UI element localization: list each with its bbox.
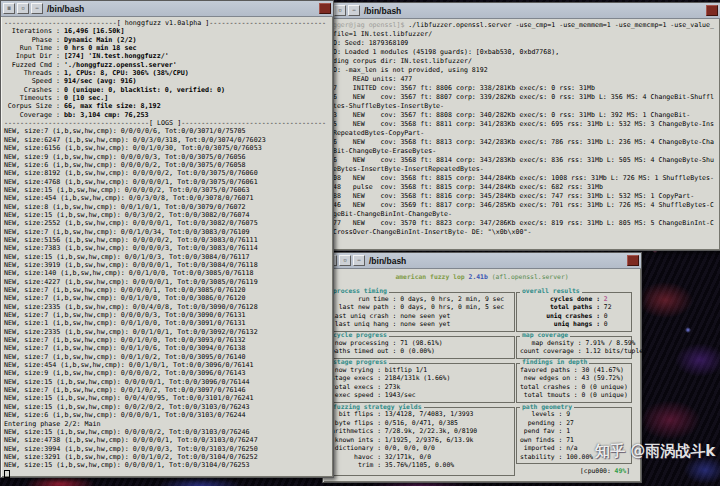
overall-results-title: overall results [520, 288, 582, 295]
cpu-suffix: ] [626, 467, 630, 475]
afl-terminal-content[interactable]: american fuzzy lop 2.41b (afl.openssl.se… [323, 269, 641, 478]
restore-button[interactable]: ▫ [17, 3, 29, 14]
map-coverage-title: map coverage [520, 332, 570, 339]
stat-label: Iterations : [4, 27, 60, 35]
stat-row-speed: Speed : 914/sec (avg: 916) [4, 77, 330, 85]
honggfuzz-terminal-window: ≡ ▫ − /bin/bash ------------------------… [0, 0, 334, 478]
kv-row-total-paths: total paths : 72 [520, 303, 629, 312]
stat-label: Run Time : [4, 44, 60, 52]
stat-row-iterations: Iterations : 16,496 [16.50k] [4, 27, 330, 35]
process-timing-lines: run time : 0 days, 0 hrs, 2 min, 9 sec l… [331, 295, 512, 329]
stat-label: Speed : [4, 77, 60, 85]
stat-row-coverage: Coverage : bb: 3,104 cmp: 76,253 [4, 111, 330, 119]
minimize-button[interactable]: − [348, 5, 360, 16]
stat-label: Crashes : [4, 86, 60, 94]
logs-separator: ------------------------------------[ LO… [4, 119, 330, 127]
stat-label: Fuzzed Cmd : [4, 61, 60, 69]
restore-button[interactable]: ▫ [339, 255, 351, 266]
honggfuzz-titlebar[interactable]: ≡ ▫ − /bin/bash [1, 1, 333, 17]
fuzzing-strategy-yields-title: fuzzing strategy yields [331, 404, 424, 411]
cycle-progress-box: cycle progress now processing : 71 (98.6… [327, 336, 515, 359]
stat-value: 0 hrs 0 min 18 sec [64, 44, 136, 52]
findings-in-depth-lines: favored paths : 30 (41.67%) new edges on… [520, 366, 629, 400]
stat-row-corpussize: Corpus Size : 66, max file size: 8,192 [4, 102, 330, 110]
stat-value: 66, max file size: 8,192 [64, 102, 161, 110]
process-timing-title: process timing [331, 288, 389, 295]
close-button[interactable] [706, 5, 718, 16]
kv-label: uniq hangs : [520, 320, 600, 329]
stat-label: Timeouts : [4, 94, 60, 102]
stat-value: './honggfuzz.openssl.server' [64, 61, 177, 69]
map-coverage-lines: map density : 7.91% / 8.59% count covera… [520, 339, 629, 356]
path-geometry-title: path geometry [520, 404, 574, 411]
stat-label: Threads : [4, 69, 60, 77]
stat-value: 1, CPUs: 8, CPU: 306% (38%/CPU) [64, 69, 189, 77]
kv-label: uniq crashes : [520, 312, 600, 321]
window-title: /bin/bash [364, 6, 401, 16]
stage-progress-box: stage progress now trying : bitflip 1/1 … [327, 363, 515, 403]
stat-label: Phase : [4, 36, 60, 44]
stat-value: 0 (unique: 0, blacklist: 0, verified: 0) [64, 86, 225, 94]
kv-row-uniq-crashes: uniq crashes : 0 [520, 312, 629, 321]
close-button[interactable] [627, 255, 639, 266]
findings-in-depth-box: findings in depth favored paths : 30 (41… [516, 363, 632, 403]
stat-value: 16,496 [16.50k] [64, 27, 124, 35]
kv-label: total paths : [520, 303, 600, 312]
stat-row-fuzzedcmd: Fuzzed Cmd : './honggfuzz.openssl.server… [4, 61, 330, 69]
stat-row-timeouts: Timeouts : 0 [10 sec.] [4, 94, 330, 102]
libfuzzer-terminal-window: ≡ ▫ − /bin/bash [jagger@jag openssl]$ ./… [317, 2, 720, 251]
kv-row-uniq-hangs: uniq hangs : 0 [520, 320, 629, 329]
command-line: [jagger@jag openssl]$ ./libfuzzer.openss… [321, 21, 717, 39]
honggfuzz-log-lines: NEW, size:7 (i,b,sw,hw,cmp): 0/0/0/0/6, … [4, 127, 330, 469]
close-button[interactable] [319, 3, 331, 14]
zhihu-watermark: 知乎 @雨涡战斗k [595, 442, 715, 460]
honggfuzz-terminal-content[interactable]: ----------------------------[ honggfuzz … [1, 17, 333, 479]
fuzzing-strategy-yields-box: fuzzing strategy yields bit flips : 13/4… [327, 407, 515, 476]
afl-terminal-window: ≡ ▫ − /bin/bash american fuzzy lop 2.41b… [322, 252, 642, 483]
minimize-button[interactable]: − [31, 3, 43, 14]
stat-value: Dynamic Main (2/2) [64, 36, 136, 44]
afl-version: 2.41b [469, 273, 488, 281]
cpu-label: [cpu000: [580, 467, 611, 475]
stat-label: Corpus Size : [4, 102, 60, 110]
window-menu-button[interactable]: ≡ [3, 3, 15, 14]
stat-value: bb: 3,104 cmp: 76,253 [64, 111, 149, 119]
overall-results-box: overall results cycles done : 2 total pa… [516, 292, 632, 332]
cycle-progress-title: cycle progress [331, 332, 389, 339]
stat-row-crashes: Crashes : 0 (unique: 0, blacklist: 0, ve… [4, 86, 330, 94]
findings-in-depth-title: findings in depth [520, 359, 589, 366]
map-coverage-box: map coverage map density : 7.91% / 8.59%… [516, 336, 632, 359]
process-timing-box: process timing run time : 0 days, 0 hrs,… [327, 292, 515, 332]
kv-value: 72 [604, 303, 612, 312]
stage-progress-title: stage progress [331, 359, 389, 366]
libfuzzer-terminal-content[interactable]: [jagger@jag openssl]$ ./libfuzzer.openss… [318, 19, 720, 248]
kv-label: cycles done : [520, 295, 600, 304]
kv-value: 0 [604, 312, 608, 321]
stage-progress-lines: now trying : bitflip 1/1 stage execs : 2… [331, 366, 512, 400]
window-title: /bin/bash [47, 4, 84, 14]
minimize-button[interactable]: − [353, 255, 365, 266]
kv-value: 0 [604, 320, 608, 329]
terminal-cursor [4, 470, 10, 478]
cycle-progress-lines: now processing : 71 (98.61%) paths timed… [331, 339, 512, 356]
stat-row-threads: Threads : 1, CPUs: 8, CPU: 306% (38%/CPU… [4, 69, 330, 77]
stat-value: 914/sec (avg: 916) [64, 77, 136, 85]
window-title: /bin/bash [369, 256, 406, 266]
afl-name: american fuzzy lop [395, 273, 464, 281]
afl-target: (afl.openssl.server) [492, 273, 569, 281]
afl-titlebar[interactable]: ≡ ▫ − /bin/bash [323, 253, 641, 269]
stat-value: 0 [10 sec.] [64, 94, 108, 102]
cpu-value: 49% [615, 467, 627, 475]
restore-button[interactable]: ▫ [334, 5, 346, 16]
cpu-status: [cpu000: 49%] [516, 467, 632, 476]
libfuzzer-output-lines: INFO: Seed: 1879368109 INFO: Loaded 1 mo… [321, 39, 717, 237]
desktop: { "colors": { "titlebar": "#b9c2cf", "cl… [0, 0, 720, 486]
libfuzzer-titlebar[interactable]: ≡ ▫ − /bin/bash [318, 3, 720, 19]
stat-value: [274] 'IN.test.honggfuzz/' [64, 52, 169, 60]
stat-row-phase: Phase : Dynamic Main (2/2) [4, 36, 330, 44]
fuzzing-strategy-yields-lines: bit flips : 13/4128, 7/4083, 1/3993 byte… [331, 410, 512, 470]
afl-banner: american fuzzy lop 2.41b (afl.openssl.se… [327, 273, 637, 282]
kv-value: 2 [604, 295, 608, 304]
stat-row-runtime: Run Time : 0 hrs 0 min 18 sec [4, 44, 330, 52]
kv-row-cycles-done: cycles done : 2 [520, 295, 629, 304]
